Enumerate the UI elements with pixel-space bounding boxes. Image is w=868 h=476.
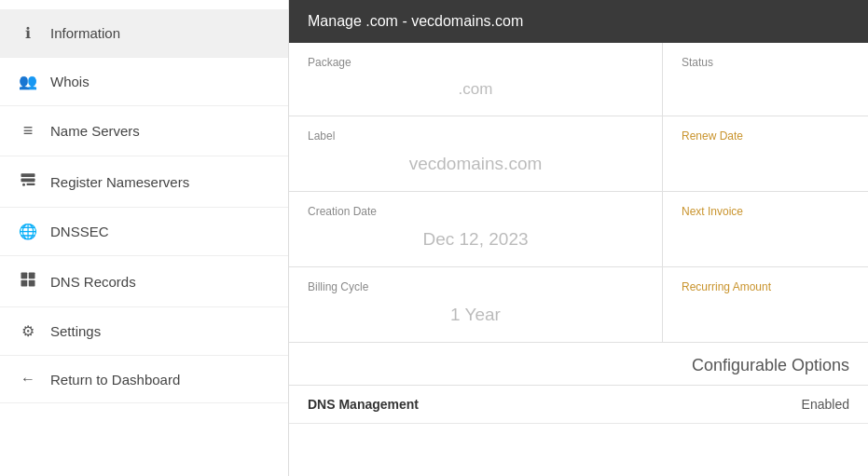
page-title: Manage .com - vecdomains.com [289, 0, 868, 43]
info-icon: ℹ [19, 24, 37, 42]
main-content: Manage .com - vecdomains.com Package .co… [289, 0, 868, 476]
dnssec-icon: 🌐 [19, 223, 37, 240]
svg-rect-6 [21, 280, 28, 287]
next-invoice-label: Next Invoice [682, 205, 849, 218]
register-ns-icon [19, 171, 37, 192]
sidebar-item-label: DNSSEC [50, 224, 109, 239]
creation-nextinvoice-row: Creation Date Dec 12, 2023 Next Invoice [289, 192, 868, 267]
renew-date-cell: Renew Date [663, 116, 868, 191]
sidebar-item-label: Return to Dashboard [50, 372, 180, 388]
billing-recurring-row: Billing Cycle 1 Year Recurring Amount [289, 267, 868, 343]
svg-rect-0 [21, 173, 35, 177]
sidebar-item-name-servers[interactable]: ≡ Name Servers [0, 106, 288, 156]
config-title-text: Configurable Options [692, 356, 849, 374]
renew-date-value [682, 150, 849, 157]
recurring-amount-value [682, 301, 849, 308]
sidebar-item-return-dashboard[interactable]: ← Return to Dashboard [0, 356, 288, 403]
svg-point-2 [22, 184, 25, 186]
back-arrow-icon: ← [19, 371, 37, 388]
sidebar-item-label: DNS Records [50, 274, 136, 290]
package-cell: Package .com [289, 43, 663, 116]
status-label: Status [682, 56, 849, 69]
settings-icon: ⚙ [19, 322, 37, 340]
status-value [682, 76, 849, 84]
dns-management-row: DNS Management Enabled [289, 386, 868, 424]
package-label: Package [308, 56, 643, 69]
svg-rect-5 [29, 273, 35, 279]
dns-management-name: DNS Management [308, 397, 419, 412]
status-cell: Status [663, 43, 868, 116]
sidebar-item-information[interactable]: ℹ Information [0, 9, 288, 58]
sidebar-item-dns-records[interactable]: DNS Records [0, 256, 288, 307]
package-value: .com [308, 76, 643, 102]
label-cell: Label vecdomains.com [289, 116, 663, 191]
renew-date-label: Renew Date [682, 129, 849, 143]
svg-rect-7 [29, 280, 35, 287]
next-invoice-value [682, 225, 849, 233]
sidebar-item-label: Information [50, 25, 120, 41]
sidebar-item-label: Name Servers [50, 123, 140, 139]
nameservers-icon: ≡ [19, 121, 37, 141]
label-renewdate-row: Label vecdomains.com Renew Date [289, 116, 868, 192]
svg-rect-1 [21, 179, 35, 183]
sidebar-item-label: Whois [50, 74, 90, 89]
label-value: vecdomains.com [308, 150, 643, 178]
content-area: Package .com Status Label vecdomains.com… [289, 43, 868, 424]
svg-rect-4 [21, 273, 28, 279]
label-label: Label [308, 129, 643, 143]
creation-date-cell: Creation Date Dec 12, 2023 [289, 192, 663, 266]
sidebar-item-dnssec[interactable]: 🌐 DNSSEC [0, 208, 288, 256]
sidebar-item-whois[interactable]: 👥 Whois [0, 58, 288, 106]
sidebar-item-register-nameservers[interactable]: Register Nameservers [0, 156, 288, 208]
whois-icon: 👥 [19, 73, 37, 90]
recurring-amount-cell: Recurring Amount [663, 267, 868, 342]
billing-cycle-label: Billing Cycle [308, 280, 643, 293]
creation-date-label: Creation Date [308, 205, 643, 218]
header-title-text: Manage .com - vecdomains.com [308, 13, 523, 29]
sidebar-item-label: Settings [50, 323, 101, 339]
svg-rect-3 [27, 184, 35, 185]
billing-cycle-cell: Billing Cycle 1 Year [289, 267, 663, 342]
sidebar-item-settings[interactable]: ⚙ Settings [0, 307, 288, 356]
configurable-options-title: Configurable Options [289, 343, 868, 386]
billing-cycle-value: 1 Year [308, 301, 643, 329]
sidebar-item-label: Register Nameservers [50, 174, 189, 190]
dns-management-value: Enabled [802, 397, 849, 412]
next-invoice-cell: Next Invoice [663, 192, 868, 266]
creation-date-value: Dec 12, 2023 [308, 225, 643, 253]
sidebar: ℹ Information 👥 Whois ≡ Name Servers Reg… [0, 0, 289, 476]
dns-records-icon [19, 271, 37, 292]
recurring-amount-label: Recurring Amount [682, 280, 849, 293]
package-status-row: Package .com Status [289, 43, 868, 116]
